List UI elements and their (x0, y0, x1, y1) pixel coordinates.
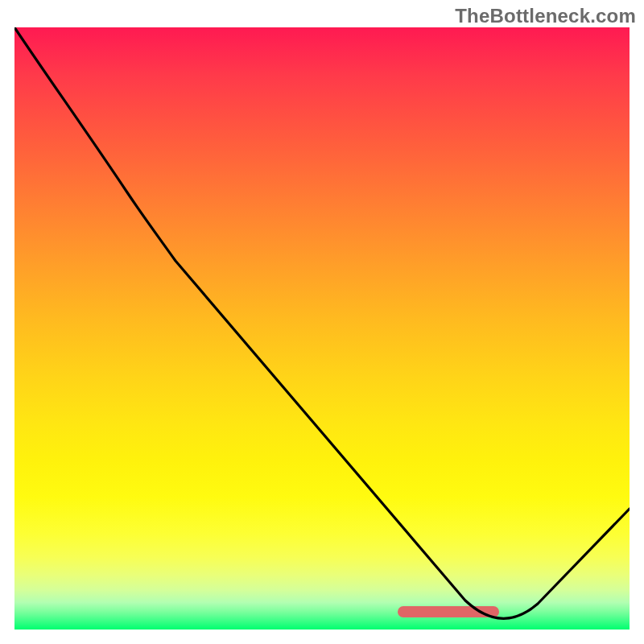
chart-stage: TheBottleneck.com (0, 0, 644, 644)
chart-plot-area (14, 27, 630, 630)
watermark-text: TheBottleneck.com (455, 5, 636, 27)
curve-path (14, 27, 630, 618)
bottleneck-curve (14, 27, 630, 630)
